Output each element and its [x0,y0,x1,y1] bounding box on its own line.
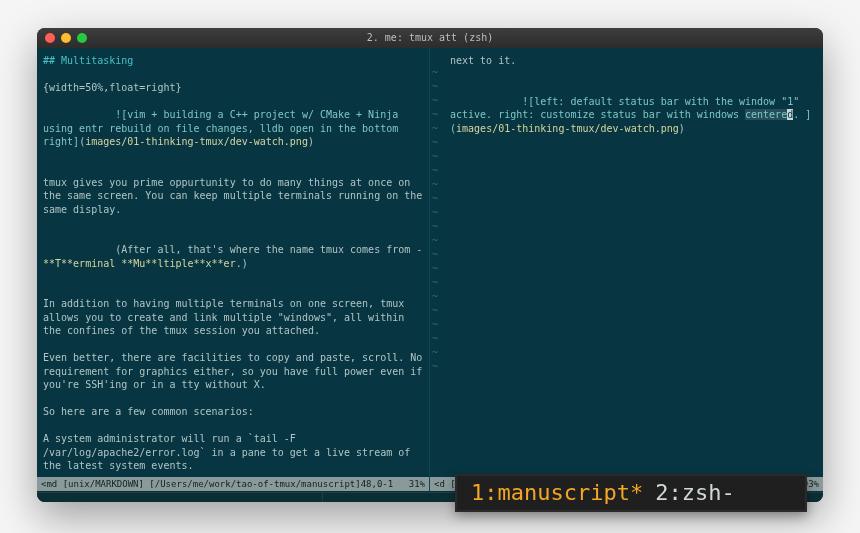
md-caption-selection: centere [745,109,787,120]
md-para-2c: .) [236,258,248,269]
md-caption-src: images/01-thinking-tmux/dev-watch.png [456,123,679,134]
window-title: 2. me: tmux att (zsh) [37,31,823,45]
md-para-3: In addition to having multiple terminals… [43,297,423,338]
shell-prompt-1[interactable]: ~/work/tao-of-tmux/manuscript master > [37,492,323,503]
md-heading: ## Multitasking [43,54,423,68]
callout-other-window: 2:zsh- [655,478,734,508]
terminal-window: 2. me: tmux att (zsh) ## Multitasking {w… [37,28,823,502]
vim-tilde-gutter: ~~~~~~~~~~~~~~~~~~~~~~ [432,66,438,469]
md-para-2a: (After all, that's where the name tmux c… [115,244,428,255]
titlebar[interactable]: 2. me: tmux att (zsh) [37,28,823,48]
vim-status-left-pct: 31% [409,478,425,490]
callout-active-window: 1:manuscript* [471,478,643,508]
md-para-4: Even better, there are facilities to cop… [43,351,423,392]
status-bar-callout: 1:manuscript* 2:zsh- [455,474,807,512]
md-frag-top: next to it. [450,54,817,68]
vim-pane-right[interactable]: ~~~~~~~~~~~~~~~~~~~~~~ next to it. ![lef… [430,48,823,491]
md-paren-close: ) [308,136,314,147]
terminal-body: ## Multitasking {width=50%,float=right} … [37,48,823,502]
md-attr: {width=50%,float=right} [43,81,423,95]
md-para-1: tmux gives you prime oppurtunity to do m… [43,176,423,217]
md-image-src: images/01-thinking-tmux/dev-watch.png [85,136,308,147]
vim-status-left-path: <md [unix/MARKDOWN] [/Users/me/work/tao-… [41,478,393,490]
vim-pane-left[interactable]: ## Multitasking {width=50%,float=right} … [37,48,430,491]
md-para-5: So here are a few common scenarios: [43,405,423,419]
md-caption-c: ) [679,123,685,134]
vim-split: ## Multitasking {width=50%,float=right} … [37,48,823,492]
vim-status-left: <md [unix/MARKDOWN] [/Users/me/work/tao-… [37,477,429,491]
md-bold-name: **T**erminal **Mu**ltiple**x**er [43,258,236,269]
md-para-6: A system administrator will run a `tail … [43,432,423,473]
